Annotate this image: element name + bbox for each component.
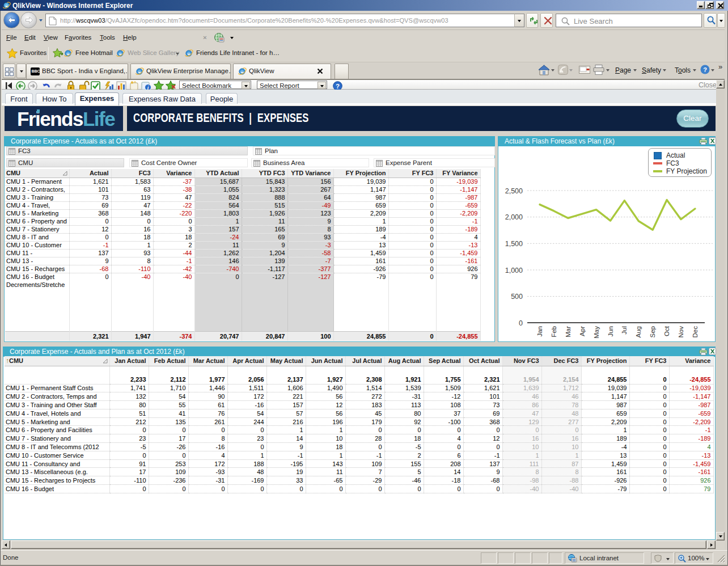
svg-text:Jan: Jan <box>536 326 543 337</box>
svg-text:Dec: Dec <box>692 326 699 338</box>
svg-text:Oct: Oct <box>663 326 670 336</box>
svg-text:1,000: 1,000 <box>505 267 523 274</box>
svg-text:Jul: Jul <box>621 326 628 335</box>
svg-text:0: 0 <box>519 319 523 327</box>
svg-text:2,000: 2,000 <box>505 213 523 221</box>
svg-text:Mar: Mar <box>565 326 572 337</box>
svg-text:Aug: Aug <box>635 326 642 337</box>
svg-text:May: May <box>593 326 600 339</box>
svg-text:Jun: Jun <box>607 326 614 337</box>
svg-text:Apr: Apr <box>579 326 586 336</box>
svg-text:2,500: 2,500 <box>505 187 523 195</box>
svg-text:?: ? <box>336 83 340 90</box>
svg-text:1,500: 1,500 <box>505 240 523 248</box>
svg-text:500: 500 <box>511 293 523 301</box>
svg-text:Nov: Nov <box>678 326 684 338</box>
svg-text:Sep: Sep <box>649 326 656 337</box>
svg-text:?: ? <box>703 66 707 73</box>
svg-text:Feb: Feb <box>551 326 557 337</box>
